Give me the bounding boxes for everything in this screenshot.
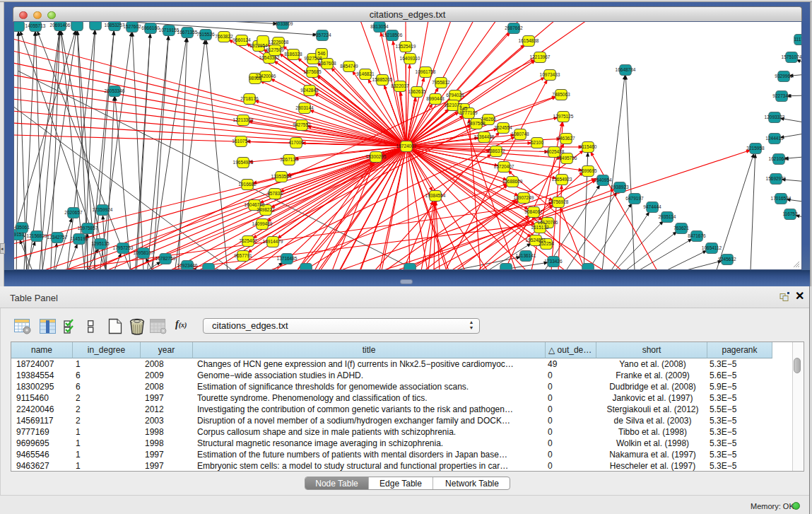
svg-text:1875685: 1875685: [303, 69, 322, 74]
svg-text:19756928: 19756928: [548, 199, 569, 204]
svg-text:9127509: 9127509: [266, 47, 284, 52]
svg-text:3267130: 3267130: [280, 157, 298, 162]
svg-text:13716485: 13716485: [277, 256, 298, 261]
svg-text:6479197: 6479197: [625, 196, 644, 201]
svg-text:19654925: 19654925: [233, 160, 254, 165]
svg-text:15885205: 15885205: [372, 77, 393, 82]
svg-text:9245612: 9245612: [718, 257, 736, 262]
svg-text:2718176: 2718176: [240, 96, 259, 101]
svg-text:546: 546: [318, 51, 326, 56]
svg-text:7663822: 7663822: [215, 34, 233, 39]
svg-text:10958107: 10958107: [134, 250, 154, 255]
svg-text:26053346: 26053346: [105, 88, 125, 93]
svg-text:18300295: 18300295: [366, 154, 387, 159]
svg-text:12213369: 12213369: [233, 117, 254, 122]
svg-text:7485063: 7485063: [552, 92, 570, 97]
svg-text:746266: 746266: [481, 117, 496, 122]
svg-text:435061: 435061: [14, 225, 30, 230]
svg-text:19384554: 19384554: [425, 193, 446, 198]
svg-text:18495756: 18495756: [557, 156, 577, 160]
svg-text:9084067: 9084067: [524, 209, 543, 214]
svg-text:12226058: 12226058: [269, 40, 289, 45]
svg-text:16120746: 16120746: [538, 220, 558, 225]
svg-text:12093323: 12093323: [765, 115, 785, 119]
svg-text:14914479: 14914479: [263, 239, 283, 244]
svg-text:10543362: 10543362: [259, 55, 280, 60]
svg-text:9427552: 9427552: [293, 122, 311, 127]
svg-text:9657791: 9657791: [234, 253, 252, 258]
svg-text:14055713: 14055713: [25, 23, 46, 28]
svg-text:8813054: 8813054: [370, 24, 389, 29]
svg-text:1615132: 1615132: [531, 225, 549, 230]
svg-text:16782759: 16782759: [155, 256, 176, 261]
svg-text:763621: 763621: [673, 226, 689, 230]
svg-text:13353594: 13353594: [271, 174, 292, 179]
svg-text:6794028: 6794028: [446, 93, 464, 98]
svg-text:13975857: 13975857: [78, 226, 98, 230]
svg-text:10853257: 10853257: [105, 23, 125, 28]
svg-text:18907249: 18907249: [514, 195, 534, 200]
svg-text:17016534: 17016534: [771, 196, 792, 201]
svg-text:9227343: 9227343: [772, 93, 791, 98]
svg-text:15692971: 15692971: [766, 176, 787, 181]
svg-text:12213967: 12213967: [530, 54, 551, 59]
svg-text:12156829: 12156829: [27, 233, 47, 238]
svg-text:9699695: 9699695: [579, 168, 597, 173]
svg-text:10973433: 10973433: [540, 72, 560, 77]
svg-text:9329966: 9329966: [775, 74, 793, 78]
svg-text:21364436: 21364436: [474, 134, 495, 139]
svg-text:1610754: 1610754: [232, 139, 250, 144]
svg-text:8471676: 8471676: [688, 233, 706, 238]
svg-text:1362615: 1362615: [408, 89, 426, 94]
svg-text:11172: 11172: [794, 37, 801, 42]
svg-text:1527602: 1527602: [123, 24, 141, 29]
svg-text:116753: 116753: [782, 211, 798, 216]
svg-text:2935114: 2935114: [659, 214, 676, 219]
svg-text:9660124: 9660124: [233, 37, 251, 42]
svg-text:1295135: 1295135: [91, 241, 110, 246]
svg-text:14136141: 14136141: [516, 253, 536, 258]
svg-text:1080748: 1080748: [511, 132, 529, 136]
svg-text:3498222: 3498222: [257, 207, 275, 212]
svg-text:3624554: 3624554: [494, 125, 512, 130]
svg-text:252254: 252254: [539, 241, 554, 246]
svg-text:39153: 39153: [14, 232, 24, 237]
svg-text:1145193: 1145193: [71, 236, 88, 241]
svg-text:1244415: 1244415: [765, 136, 784, 141]
svg-text:2020657: 2020657: [64, 210, 83, 215]
svg-text:62100: 62100: [531, 140, 543, 145]
svg-text:8912954: 8912954: [249, 43, 268, 48]
svg-text:8322037: 8322037: [391, 83, 409, 88]
svg-text:2687662: 2687662: [505, 25, 523, 30]
svg-text:857833: 857833: [267, 191, 283, 196]
svg-text:10719155: 10719155: [159, 28, 180, 33]
svg-text:12975125: 12975125: [553, 114, 574, 119]
svg-text:14099489: 14099489: [252, 221, 273, 226]
svg-text:7625402: 7625402: [239, 238, 257, 243]
svg-text:12342757: 12342757: [47, 235, 68, 240]
svg-text:9327508: 9327508: [304, 56, 322, 61]
svg-text:16046748: 16046748: [245, 202, 265, 207]
svg-text:8938923: 8938923: [611, 185, 629, 189]
svg-text:16154838: 16154838: [519, 38, 539, 43]
svg-text:10025438: 10025438: [544, 149, 565, 154]
svg-text:7515526: 7515526: [196, 32, 215, 37]
svg-text:10654112: 10654112: [702, 245, 722, 250]
svg-text:417006: 417006: [288, 140, 304, 145]
svg-text:3215958: 3215958: [746, 146, 765, 151]
svg-text:8990448: 8990448: [426, 96, 445, 101]
svg-text:9242848: 9242848: [300, 88, 319, 93]
svg-text:1640954: 1640954: [594, 177, 612, 182]
svg-text:7357224: 7357224: [313, 33, 331, 37]
svg-text:15751074: 15751074: [782, 54, 801, 59]
svg-text:9474444: 9474444: [643, 204, 661, 209]
svg-text:12923446: 12923446: [177, 263, 198, 268]
svg-text:16033809: 16033809: [273, 22, 293, 26]
svg-text:7955812: 7955812: [432, 80, 450, 85]
svg-text:2367608: 2367608: [318, 61, 336, 66]
svg-text:9115460: 9115460: [579, 144, 597, 149]
svg-text:13654923: 13654923: [552, 177, 572, 182]
svg-text:8454749: 8454749: [340, 64, 358, 69]
svg-text:7386372: 7386372: [487, 148, 505, 153]
svg-text:15720407: 15720407: [494, 164, 514, 169]
